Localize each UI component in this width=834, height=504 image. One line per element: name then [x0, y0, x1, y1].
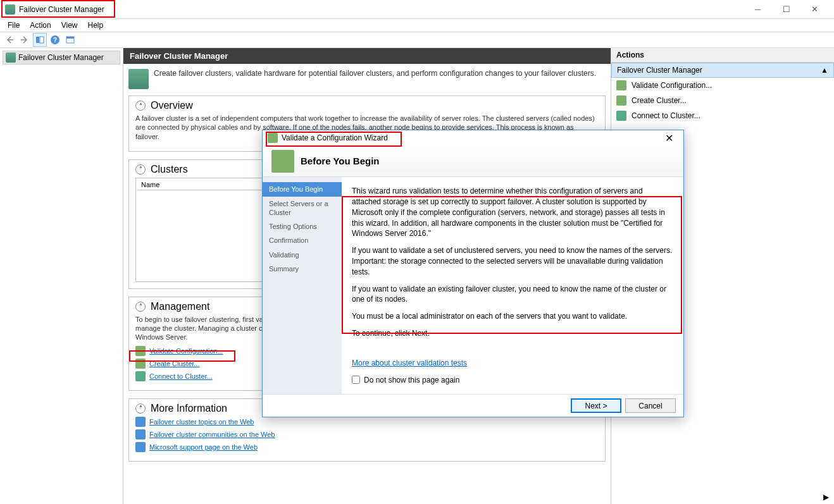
menu-action[interactable]: Action: [25, 20, 56, 31]
action-validate-label: Validate Configuration...: [632, 81, 712, 90]
wizard-step-testing[interactable]: Testing Options: [263, 219, 342, 233]
toolbar: ?: [0, 32, 834, 48]
overview-head[interactable]: ˄ Overview: [135, 100, 599, 111]
cluster-icon: [6, 52, 16, 63]
collapse-icon: ˄: [135, 302, 146, 312]
link-create-label[interactable]: Create Cluster...: [149, 360, 199, 367]
link-topics[interactable]: Failover cluster topics on the Web: [135, 417, 599, 427]
menu-help[interactable]: Help: [83, 20, 109, 31]
show-hide-tree-button[interactable]: [33, 33, 47, 47]
link-support-label[interactable]: Microsoft support page on the Web: [149, 443, 258, 451]
validate-icon: [135, 346, 146, 356]
wizard-checkbox-label: Do not show this page again: [364, 375, 459, 386]
wizard-step-select[interactable]: Select Servers or a Cluster: [263, 197, 342, 220]
wizard-p5: To continue, click Next.: [352, 328, 673, 339]
wizard-step-summary[interactable]: Summary: [263, 262, 342, 276]
wizard-more-link[interactable]: More about cluster validation tests: [352, 359, 467, 367]
svg-rect-0: [36, 37, 39, 43]
wizard-cancel-button[interactable]: Cancel: [625, 398, 676, 413]
menubar: File Action View Help: [0, 19, 834, 32]
properties-button[interactable]: [63, 33, 77, 47]
actions-header: Actions: [611, 48, 834, 63]
tree-panel: Failover Cluster Manager: [0, 48, 123, 504]
wizard-dialog: Validate a Configuration Wizard ✕ Before…: [262, 130, 684, 417]
wizard-content: This wizard runs validation tests to det…: [342, 177, 683, 394]
wizard-next-button[interactable]: Next >: [571, 398, 621, 413]
maximize-button[interactable]: ☐: [772, 1, 800, 18]
titlebar: Failover Cluster Manager ─ ☐ ✕: [0, 0, 834, 19]
forward-button[interactable]: [18, 33, 32, 47]
wizard-banner: Before You Begin: [263, 145, 683, 177]
collapse-icon: ˄: [135, 164, 146, 175]
window-controls: ─ ☐ ✕: [744, 1, 829, 18]
help-button[interactable]: ?: [48, 33, 62, 47]
create-icon: [135, 359, 146, 369]
intro-icon: [128, 69, 149, 89]
link-connect-label[interactable]: Connect to Cluster...: [149, 372, 213, 380]
link-communities[interactable]: Failover cluster communities on the Web: [135, 429, 599, 439]
collapse-icon: ▲: [821, 66, 828, 75]
intro-text: Create failover clusters, validate hardw…: [154, 69, 596, 78]
app-icon: [5, 4, 15, 15]
wizard-footer: Next > Cancel: [263, 394, 683, 417]
connect-icon: [616, 111, 626, 121]
action-create-label: Create Cluster...: [632, 96, 687, 105]
wizard-p2: If you want to validate a set of unclust…: [352, 245, 673, 277]
link-validate-label[interactable]: Validate Configuration...: [149, 347, 223, 355]
intro-row: Create failover clusters, validate hardw…: [128, 69, 606, 89]
wizard-step-confirmation[interactable]: Confirmation: [263, 233, 342, 247]
close-button[interactable]: ✕: [800, 1, 829, 18]
web-icon: [135, 429, 146, 439]
wizard-p4: You must be a local administrator on eac…: [352, 311, 673, 322]
action-connect-label: Connect to Cluster...: [632, 111, 700, 120]
validate-icon: [616, 80, 626, 90]
wizard-body: Before You Begin Select Servers or a Clu…: [263, 177, 683, 394]
link-communities-label[interactable]: Failover cluster communities on the Web: [149, 431, 275, 438]
overview-title: Overview: [151, 100, 193, 111]
wizard-p1: This wizard runs validation tests to det…: [352, 186, 673, 239]
action-create[interactable]: Create Cluster...: [611, 93, 834, 108]
window-title: Failover Cluster Manager: [19, 5, 104, 14]
wizard-step-begin[interactable]: Before You Begin: [263, 182, 342, 196]
web-icon: [135, 442, 146, 452]
wizard-step-validating[interactable]: Validating: [263, 248, 342, 262]
back-button[interactable]: [3, 33, 16, 47]
link-topics-label[interactable]: Failover cluster topics on the Web: [149, 418, 254, 426]
wizard-banner-icon: [271, 150, 294, 173]
tree-root[interactable]: Failover Cluster Manager: [3, 51, 120, 65]
actions-subheader-label: Failover Cluster Manager: [617, 66, 702, 75]
menu-file[interactable]: File: [3, 20, 25, 31]
create-icon: [616, 95, 626, 106]
clusters-title: Clusters: [151, 164, 188, 175]
wizard-close-button[interactable]: ✕: [660, 132, 678, 144]
management-title: Management: [151, 301, 209, 312]
svg-rect-3: [66, 37, 74, 39]
link-support[interactable]: Microsoft support page on the Web: [135, 442, 599, 452]
connect-icon: [135, 371, 146, 381]
action-validate[interactable]: Validate Configuration...: [611, 78, 834, 93]
wizard-title-text: Validate a Configuration Wizard: [282, 133, 388, 142]
action-connect[interactable]: Connect to Cluster...: [611, 108, 834, 123]
wizard-titlebar: Validate a Configuration Wizard ✕: [263, 130, 683, 145]
collapse-icon: ˄: [135, 403, 146, 414]
wizard-checkbox[interactable]: [352, 376, 360, 384]
wizard-icon: [268, 133, 278, 143]
collapse-icon: ˄: [135, 101, 146, 111]
actions-subheader[interactable]: Failover Cluster Manager ▲: [611, 63, 834, 78]
svg-rect-1: [40, 37, 44, 43]
web-icon: [135, 417, 146, 427]
moreinfo-title: More Information: [151, 403, 227, 414]
wizard-checkbox-row: Do not show this page again: [352, 375, 673, 386]
center-header: Failover Cluster Manager: [123, 48, 611, 64]
wizard-banner-title: Before You Begin: [301, 156, 379, 166]
wizard-nav: Before You Begin Select Servers or a Clu…: [263, 177, 342, 394]
actions-more[interactable]: ▶: [611, 490, 834, 504]
minimize-button[interactable]: ─: [744, 1, 772, 18]
tree-root-label: Failover Cluster Manager: [18, 53, 104, 62]
wizard-p3: If you want to validate an existing fail…: [352, 284, 673, 305]
menu-view[interactable]: View: [56, 20, 83, 31]
